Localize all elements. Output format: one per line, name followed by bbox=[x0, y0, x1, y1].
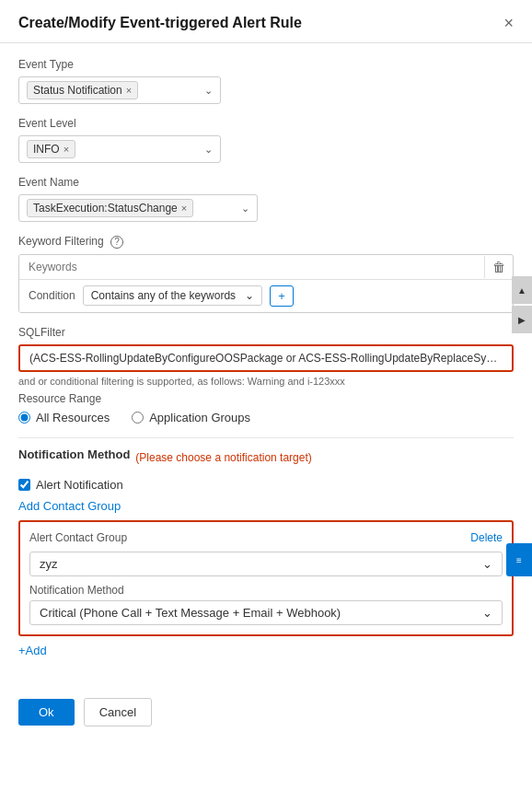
side-btn-1[interactable]: ▲ bbox=[512, 276, 532, 304]
keyword-input[interactable] bbox=[19, 255, 484, 279]
event-level-chevron-icon: ⌄ bbox=[204, 144, 213, 156]
blue-fab-icon: ≡ bbox=[516, 555, 522, 565]
notification-method-inner: Notification Method Critical (Phone Call… bbox=[29, 584, 503, 625]
event-type-tag-text: Status Notification bbox=[33, 84, 122, 97]
keyword-filtering-label: Keyword Filtering ? bbox=[18, 235, 514, 249]
section-divider bbox=[18, 437, 514, 438]
dialog-footer: Ok Cancel bbox=[0, 685, 532, 739]
radio-application-groups[interactable]: Application Groups bbox=[132, 411, 250, 424]
keyword-delete-icon[interactable]: 🗑 bbox=[484, 256, 513, 278]
condition-chevron-icon: ⌄ bbox=[245, 289, 254, 302]
event-name-tag-close[interactable]: × bbox=[181, 203, 187, 214]
event-level-label: Event Level bbox=[18, 117, 514, 130]
keyword-help-icon[interactable]: ? bbox=[110, 236, 123, 249]
event-type-tag-close[interactable]: × bbox=[126, 85, 132, 96]
side-panel-buttons: ▲ ▶ bbox=[512, 276, 532, 333]
event-type-tag: Status Notification × bbox=[27, 81, 138, 99]
notification-method-select[interactable]: Critical (Phone Call + Text Message + Em… bbox=[29, 600, 503, 625]
sql-filter-label: SQLFilter bbox=[18, 326, 514, 339]
radio-application-groups-label: Application Groups bbox=[149, 411, 250, 424]
notification-method-inner-label: Notification Method bbox=[29, 584, 503, 597]
radio-application-groups-input[interactable] bbox=[132, 412, 144, 424]
ok-button[interactable]: Ok bbox=[18, 699, 75, 726]
contact-group-card: Alert Contact Group Delete zyz ⌄ Notific… bbox=[18, 520, 514, 636]
close-icon[interactable]: × bbox=[503, 15, 514, 31]
event-name-tags: TaskExecution:StatusChange × bbox=[27, 199, 193, 217]
notification-method-chevron-icon: ⌄ bbox=[482, 606, 492, 620]
event-type-group: Event Type Status Notification × ⌄ bbox=[18, 58, 514, 104]
alert-notification-checkbox[interactable] bbox=[18, 479, 30, 491]
alert-notification-row: Alert Notification bbox=[18, 478, 514, 492]
sql-filter-hint: and or conditional filtering is supporte… bbox=[18, 376, 514, 387]
notification-method-group: Notification Method (Please choose a not… bbox=[18, 447, 514, 657]
event-level-tag-text: INFO bbox=[33, 143, 60, 156]
event-name-label: Event Name bbox=[18, 176, 514, 189]
event-name-tag: TaskExecution:StatusChange × bbox=[27, 199, 193, 217]
event-type-chevron-icon: ⌄ bbox=[204, 85, 213, 97]
dialog-body: Event Type Status Notification × ⌄ Event… bbox=[0, 43, 532, 685]
condition-label: Condition bbox=[29, 289, 75, 302]
contact-group-select[interactable]: zyz ⌄ bbox=[29, 552, 503, 576]
event-level-tags: INFO × bbox=[27, 140, 75, 158]
cancel-button[interactable]: Cancel bbox=[84, 698, 152, 726]
keyword-filtering-group: Keyword Filtering ? 🗑 Condition Contains… bbox=[18, 235, 514, 313]
event-level-group: Event Level INFO × ⌄ bbox=[18, 117, 514, 163]
blue-fab-button[interactable]: ≡ bbox=[506, 543, 532, 576]
event-level-select[interactable]: INFO × ⌄ bbox=[18, 135, 221, 163]
event-name-group: Event Name TaskExecution:StatusChange × … bbox=[18, 176, 514, 222]
condition-row: Condition Contains any of the keywords ⌄… bbox=[19, 280, 513, 312]
condition-value: Contains any of the keywords bbox=[91, 289, 236, 302]
radio-all-resources-label: All Resources bbox=[36, 411, 110, 424]
event-type-select[interactable]: Status Notification × ⌄ bbox=[18, 76, 221, 104]
event-type-tags: Status Notification × bbox=[27, 81, 138, 99]
event-level-tag-close[interactable]: × bbox=[64, 144, 69, 155]
side-btn-2[interactable]: ▶ bbox=[512, 306, 532, 333]
event-type-label: Event Type bbox=[18, 58, 514, 71]
dialog-container: Create/Modify Event-triggered Alert Rule… bbox=[0, 0, 532, 739]
sql-filter-group: SQLFilter (ACS-ESS-RollingUpdateByConfig… bbox=[18, 326, 514, 387]
radio-all-resources[interactable]: All Resources bbox=[18, 411, 110, 424]
contact-group-chevron-icon: ⌄ bbox=[482, 557, 492, 571]
sql-filter-input[interactable]: (ACS-ESS-RollingUpdateByConfigureOOSPack… bbox=[18, 344, 514, 372]
condition-select[interactable]: Contains any of the keywords ⌄ bbox=[83, 285, 262, 306]
delete-contact-group-link[interactable]: Delete bbox=[470, 531, 503, 544]
event-level-tag: INFO × bbox=[27, 140, 75, 158]
resource-range-group: Resource Range All Resources Application… bbox=[18, 392, 514, 424]
alert-notification-label: Alert Notification bbox=[36, 478, 123, 492]
keyword-section: 🗑 Condition Contains any of the keywords… bbox=[18, 254, 514, 313]
dialog-header: Create/Modify Event-triggered Alert Rule… bbox=[0, 0, 532, 43]
add-condition-button[interactable]: + bbox=[270, 285, 294, 307]
dialog-title: Create/Modify Event-triggered Alert Rule bbox=[18, 15, 302, 31]
add-contact-group-link[interactable]: Add Contact Group bbox=[18, 499, 514, 513]
add-more-link[interactable]: +Add bbox=[18, 644, 514, 657]
notification-method-title: Notification Method bbox=[18, 447, 130, 461]
contact-group-card-label: Alert Contact Group bbox=[29, 531, 127, 544]
resource-range-label: Resource Range bbox=[18, 392, 514, 405]
resource-range-options: All Resources Application Groups bbox=[18, 411, 514, 424]
notification-required-text: (Please choose a notification target) bbox=[135, 451, 311, 464]
event-name-select[interactable]: TaskExecution:StatusChange × ⌄ bbox=[18, 194, 258, 222]
event-name-chevron-icon: ⌄ bbox=[241, 203, 249, 215]
keyword-input-row: 🗑 bbox=[19, 255, 513, 280]
event-name-tag-text: TaskExecution:StatusChange bbox=[33, 202, 178, 215]
contact-group-select-value: zyz bbox=[40, 557, 58, 571]
notification-method-select-value: Critical (Phone Call + Text Message + Em… bbox=[40, 606, 341, 620]
contact-group-card-header: Alert Contact Group Delete bbox=[29, 531, 503, 544]
radio-all-resources-input[interactable] bbox=[18, 412, 30, 424]
